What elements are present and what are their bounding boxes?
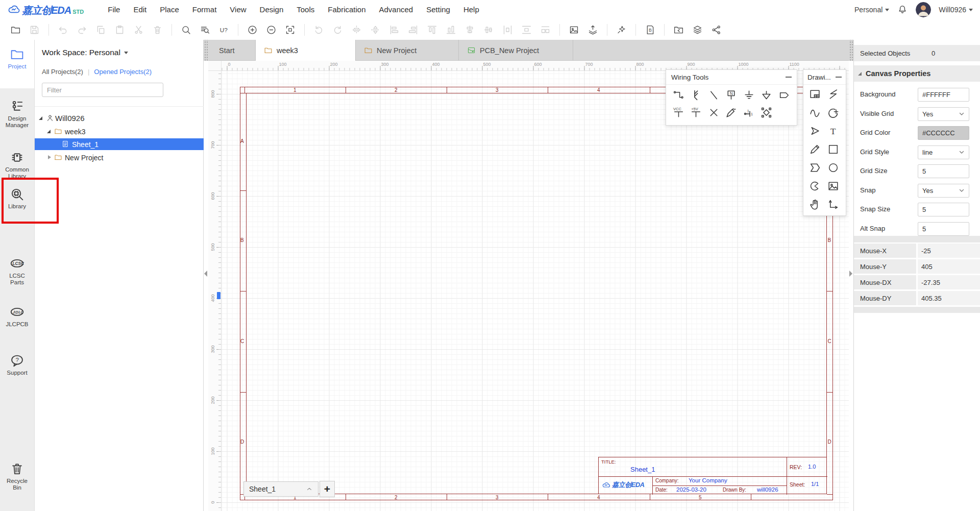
schematic-canvas[interactable]: 1122334455AABBCCDD TITLE: Sheet_1 REV: 1…: [222, 71, 849, 511]
workspace-menu[interactable]: Personal: [854, 6, 889, 14]
rect-tool[interactable]: [825, 142, 842, 156]
u-check-icon[interactable]: U?: [217, 23, 231, 37]
make-same-icon[interactable]: [538, 23, 552, 37]
dimension-tool[interactable]: [825, 197, 842, 211]
right-panel-collapse-strip[interactable]: [849, 40, 853, 511]
menu-format[interactable]: Format: [186, 0, 224, 19]
group-tool[interactable]: [758, 105, 775, 120]
sidebar-item-recycle-bin[interactable]: Recycle Bin: [0, 459, 34, 498]
folder-new-icon[interactable]: [9, 23, 22, 37]
align-top-icon[interactable]: [425, 23, 439, 37]
expand-icon[interactable]: [47, 130, 51, 133]
snap-field[interactable]: Yes: [918, 184, 969, 198]
mirror-h-icon[interactable]: [350, 23, 363, 37]
menu-design[interactable]: Design: [253, 0, 290, 19]
copy-icon[interactable]: [94, 23, 108, 37]
left-panel-collapse-strip[interactable]: [204, 40, 208, 511]
net-label-tool[interactable]: N: [723, 87, 740, 103]
collapse-right-icon[interactable]: [849, 271, 852, 277]
zoom-out-icon[interactable]: [264, 23, 278, 37]
sidebar-item-design-manager[interactable]: Design Manager: [0, 97, 34, 136]
alt-snap-field[interactable]: [918, 222, 969, 236]
drawing-tools-titlebar[interactable]: Drawi...: [803, 70, 846, 85]
v5-tool[interactable]: +5V: [688, 105, 705, 120]
undo-icon[interactable]: [56, 23, 70, 37]
drag-tool[interactable]: [806, 197, 824, 211]
tab-week3[interactable]: week3: [256, 40, 356, 61]
polygon-tool[interactable]: [806, 160, 824, 175]
wizard-icon[interactable]: [615, 23, 628, 37]
notifications-button[interactable]: [897, 4, 908, 15]
text-tool[interactable]: T: [825, 124, 842, 138]
save-icon[interactable]: [28, 23, 41, 37]
polyline-tool[interactable]: [825, 87, 842, 101]
tree-node-sheet1[interactable]: Sheet_1: [35, 138, 204, 150]
sidebar-item-lcsc-parts[interactable]: LCSCLCSC Parts: [0, 254, 34, 293]
sidebar-item-support[interactable]: ?Support: [0, 351, 34, 383]
paste-icon[interactable]: [113, 23, 127, 37]
sidebar-item-library[interactable]: Library: [0, 185, 34, 217]
sidebar-item-jlcpcb[interactable]: J@LCJLCPCB: [0, 303, 34, 335]
user-menu[interactable]: Will0926: [939, 6, 973, 14]
tree-node-project-new[interactable]: New Project: [35, 152, 204, 163]
align-center-h-icon[interactable]: [463, 23, 477, 37]
grid-color-field[interactable]: #CCCCCC: [918, 126, 969, 140]
menu-help[interactable]: Help: [457, 0, 486, 19]
visible-grid-field[interactable]: Yes: [918, 107, 969, 121]
bom-icon[interactable]: B: [643, 23, 657, 37]
pie-tool[interactable]: [806, 179, 824, 193]
net-port-tool[interactable]: [775, 87, 793, 103]
minimize-icon[interactable]: [786, 77, 792, 78]
grid-size-field[interactable]: [918, 164, 969, 178]
line-tool[interactable]: [705, 87, 722, 103]
avatar[interactable]: [916, 2, 931, 17]
image-icon[interactable]: [567, 23, 581, 37]
ground-2-tool[interactable]: [758, 87, 775, 103]
menu-file[interactable]: File: [101, 0, 127, 19]
pin-number-tool[interactable]: 11: [740, 105, 757, 120]
menu-tools[interactable]: Tools: [290, 0, 321, 19]
vcc-tool[interactable]: VCC: [670, 105, 687, 120]
all-projects-link[interactable]: All Projects(2): [42, 68, 83, 76]
project-back-icon[interactable]: [672, 23, 685, 37]
opened-projects-link[interactable]: Opened Projects(2): [94, 68, 152, 76]
wiring-tools-titlebar[interactable]: Wiring Tools: [666, 70, 797, 85]
sheet-selector[interactable]: Sheet_1: [243, 481, 318, 497]
align-right-icon[interactable]: [406, 23, 420, 37]
align-left-icon[interactable]: [387, 23, 401, 37]
image-tool[interactable]: [825, 179, 842, 193]
wire-tool[interactable]: [670, 87, 687, 103]
collapse-icon[interactable]: [48, 155, 51, 159]
canvas-properties-header[interactable]: Canvas Properties: [854, 65, 980, 82]
collapse-left-icon[interactable]: [204, 271, 207, 277]
trash-icon[interactable]: [151, 23, 164, 37]
tab-pcb-new-project[interactable]: PCB_New Project: [459, 40, 573, 61]
workspace-selector[interactable]: Work Space: Personal: [42, 48, 128, 57]
layers-icon[interactable]: [691, 23, 704, 37]
circle-tool[interactable]: [825, 160, 842, 175]
sheet-frame-tool[interactable]: [806, 87, 824, 101]
menu-setting[interactable]: Setting: [420, 0, 457, 19]
rotate-cw-icon[interactable]: [331, 23, 345, 37]
dist-v-icon[interactable]: [520, 23, 533, 37]
redo-icon[interactable]: [75, 23, 89, 37]
align-bottom-icon[interactable]: [444, 23, 458, 37]
align-center-v-icon[interactable]: [482, 23, 496, 37]
mirror-v-icon[interactable]: [369, 23, 382, 37]
menu-view[interactable]: View: [223, 0, 253, 19]
zoom-in-icon[interactable]: [246, 23, 259, 37]
sidebar-item-project[interactable]: Project: [0, 45, 34, 77]
expand-icon[interactable]: [39, 116, 42, 120]
sidebar-item-common-library[interactable]: Common Library: [0, 148, 34, 187]
tab-start[interactable]: Start: [211, 40, 256, 61]
bezier-tool[interactable]: [806, 105, 824, 119]
app-logo[interactable]: 嘉立创EDA STD: [7, 3, 84, 16]
arrow-tool[interactable]: [806, 124, 824, 138]
filter-input[interactable]: [42, 83, 163, 97]
tree-node-project-week3[interactable]: week3: [35, 126, 204, 137]
background-field[interactable]: [918, 88, 969, 102]
bus-tool[interactable]: [688, 87, 705, 103]
ground-tool[interactable]: [740, 87, 757, 103]
tab-new-project[interactable]: New Project: [356, 40, 459, 61]
cut-icon[interactable]: [132, 23, 145, 37]
